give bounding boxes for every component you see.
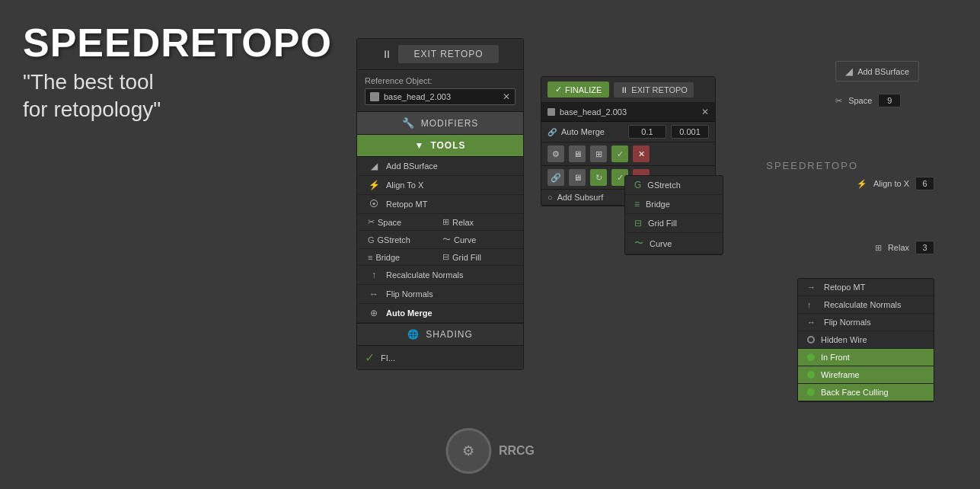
monitor2-icon-box[interactable]: 🖥 [569, 169, 586, 186]
relax-item[interactable]: ⊞ Relax [442, 217, 512, 227]
relax-icon: ⊞ [442, 217, 449, 227]
finalize-check-icon: ✓ [365, 350, 375, 365]
dropdown-menu: G GStretch ≡ Bridge ⊟ Grid Fill 〜 Curve [624, 175, 723, 255]
second-exit-button[interactable]: ⏸ EXIT RETOPO [614, 82, 694, 97]
second-panel-header: ✓ FINALIZE ⏸ EXIT RETOPO [541, 77, 715, 103]
second-pause-icon: ⏸ [620, 85, 628, 94]
right-add-bsurface-button[interactable]: ◢ Add BSurface [835, 61, 919, 82]
finalize-row: ✓ FI... [357, 345, 523, 369]
right-recalc-item[interactable]: ↑ Recalculate Normals [798, 296, 934, 314]
right-lower-panel: → Retopo MT ↑ Recalculate Normals ↔ Flip… [797, 278, 934, 402]
modifiers-button[interactable]: 🔧 MODIFIERS [357, 112, 523, 135]
right-align-value[interactable]: 6 [915, 177, 934, 190]
right-relax-label: Relax [888, 243, 909, 252]
right-space-label: Space [848, 96, 872, 105]
dropdown-curve[interactable]: 〜 Curve [625, 233, 723, 254]
hidden-wire-indicator [807, 336, 815, 344]
settings-icon-box[interactable]: ⚙ [547, 145, 564, 162]
subsurf-icon: ○ [547, 193, 553, 202]
panel-header: ⏸ EXIT RETOPO [357, 39, 523, 70]
flip-normals-label: Flip Normals [386, 289, 433, 299]
grid-icon-box[interactable]: ⊞ [590, 145, 607, 162]
right-align-icon: ⚡ [857, 179, 867, 189]
right-in-front-item[interactable]: In Front [798, 349, 934, 366]
refresh-icon-box[interactable]: ↻ [590, 169, 607, 186]
curve-label: Curve [454, 235, 476, 244]
bridge-item[interactable]: ≡ Bridge [368, 252, 438, 262]
right-space-value[interactable]: 9 [878, 94, 901, 107]
merge-icon: ⊕ [368, 308, 380, 318]
right-flip-item[interactable]: ↔ Flip Normals [798, 314, 934, 331]
tools-label: TOOLS [430, 140, 465, 151]
retopo-icon: ⦿ [368, 199, 380, 209]
right-relax-value[interactable]: 3 [915, 241, 934, 254]
dd-gstretch-label: GStretch [647, 181, 680, 190]
auto-merge-val2[interactable]: 0.001 [671, 125, 709, 139]
retopo-mt-item[interactable]: ⦿ Retopo MT [357, 195, 523, 214]
right-backface-culling-item[interactable]: Back Face Culling [798, 384, 934, 401]
app-title: SPEEDRETOPO [23, 23, 332, 62]
space-relax-row: ✂ Space ⊞ Relax [357, 214, 523, 231]
exit-retopo-button[interactable]: EXIT RETOPO [398, 45, 498, 63]
right-hidden-wire-label: Hidden Wire [821, 335, 867, 344]
right-space-row: ✂ Space 9 [835, 94, 919, 107]
backface-culling-indicator [807, 388, 815, 396]
auto-merge-row: 🔗 Auto Merge 0.1 0.001 [541, 122, 715, 142]
grid-fill-item[interactable]: ⊟ Grid Fill [442, 252, 512, 262]
dropdown-bridge[interactable]: ≡ Bridge [625, 195, 723, 214]
auto-merge-val1[interactable]: 0.1 [628, 125, 666, 139]
pause-icon: ⏸ [381, 48, 392, 60]
reference-label: Reference Object: [365, 76, 516, 85]
dd-curve-icon: 〜 [634, 237, 643, 250]
shading-button[interactable]: 🌐 SHADING [357, 323, 523, 345]
align-icon: ⚡ [368, 180, 380, 190]
right-flip-icon: ↔ [807, 318, 818, 327]
reference-input[interactable]: base_head_2.003 ✕ [365, 88, 516, 105]
grid-fill-icon: ⊟ [442, 252, 449, 262]
bridge-label: Bridge [375, 253, 400, 262]
second-ref-row: base_head_2.003 ✕ [541, 103, 715, 122]
right-hidden-wire-item[interactable]: Hidden Wire [798, 331, 934, 349]
dd-curve-label: Curve [650, 239, 672, 248]
flip-icon: ↔ [368, 289, 380, 299]
close-icon-box[interactable]: ✕ [633, 145, 650, 162]
link-icon-box[interactable]: 🔗 [547, 169, 564, 186]
right-space-icon: ✂ [835, 96, 842, 106]
right-wireframe-item[interactable]: Wireframe [798, 366, 934, 384]
recalc-icon: ↑ [368, 270, 380, 280]
bridge-gridfill-row: ≡ Bridge ⊟ Grid Fill [357, 249, 523, 266]
merge-link-icon: 🔗 [547, 128, 557, 136]
dropdown-gstretch[interactable]: G GStretch [625, 176, 723, 195]
ref-input-text: base_head_2.003 [384, 92, 498, 101]
watermark-symbol: ⚙ [462, 443, 474, 459]
add-bsurface-item[interactable]: ◢ Add BSurface [357, 157, 523, 176]
second-ref-close-icon[interactable]: ✕ [701, 107, 709, 117]
ref-close-icon[interactable]: ✕ [503, 91, 510, 102]
right-recalc-label: Recalculate Normals [824, 300, 901, 309]
right-retopo-mt-item[interactable]: → Retopo MT [798, 279, 934, 296]
shading-label: SHADING [426, 329, 473, 340]
tools-button[interactable]: ▼ TOOLS [357, 135, 523, 157]
flip-normals-item[interactable]: ↔ Flip Normals [357, 285, 523, 304]
recalculate-normals-item[interactable]: ↑ Recalculate Normals [357, 266, 523, 285]
dropdown-grid-fill[interactable]: ⊟ Grid Fill [625, 214, 723, 233]
right-add-bsurface-label: Add BSurface [857, 67, 909, 76]
auto-merge-row-label: Auto Merge [561, 127, 624, 136]
curve-icon: 〜 [442, 234, 451, 245]
right-flip-label: Flip Normals [824, 318, 871, 327]
auto-merge-item[interactable]: ⊕ Auto Merge [357, 304, 523, 323]
right-wireframe-label: Wireframe [821, 370, 860, 379]
space-icon: ✂ [368, 217, 375, 227]
right-relax-row: ⊞ Relax 3 [875, 241, 934, 254]
monitor-icon-box[interactable]: 🖥 [569, 145, 586, 162]
retopo-mt-label: Retopo MT [386, 200, 427, 209]
gstretch-curve-row: G GStretch 〜 Curve [357, 231, 523, 249]
space-item[interactable]: ✂ Space [368, 217, 438, 227]
main-panel: ⏸ EXIT RETOPO Reference Object: base_hea… [356, 38, 524, 370]
check-icon-box[interactable]: ✓ [611, 145, 628, 162]
finalize-button[interactable]: ✓ FINALIZE [547, 82, 609, 97]
curve-item[interactable]: 〜 Curve [442, 234, 512, 245]
gstretch-item[interactable]: G GStretch [368, 234, 438, 245]
align-to-x-item[interactable]: ⚡ Align To X [357, 176, 523, 195]
branding-section: SPEEDRETOPO "The best toolfor retopology… [23, 23, 332, 124]
